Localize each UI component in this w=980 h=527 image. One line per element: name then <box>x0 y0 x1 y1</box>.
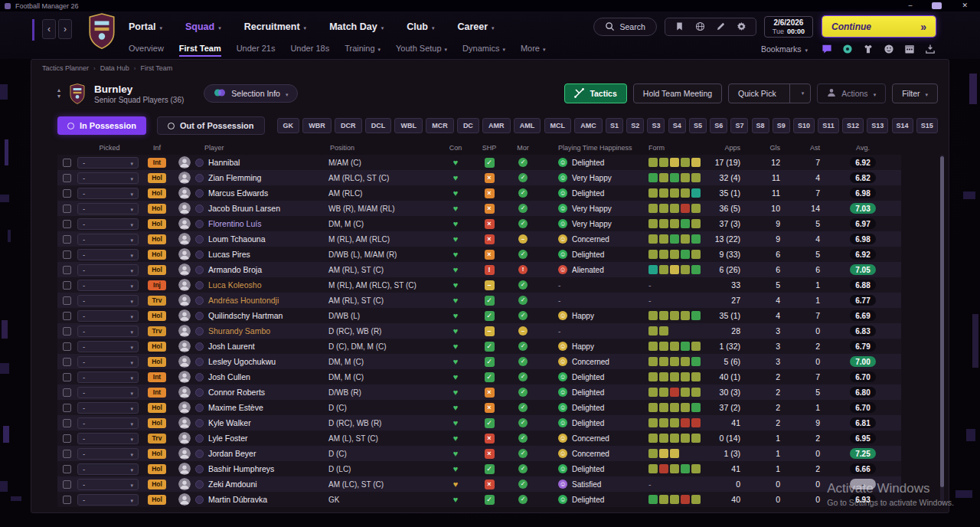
position-filter-aml[interactable]: AML <box>514 118 541 133</box>
chevron-down-icon[interactable] <box>795 90 811 97</box>
player-name[interactable]: Jordan Beyer <box>208 449 256 458</box>
player-name[interactable]: Martin Dúbravka <box>208 495 267 504</box>
table-row[interactable]: -HolMartin DúbravkaGK♥✓✓☺Delighted40006.… <box>57 492 901 507</box>
picked-dropdown[interactable]: - <box>77 203 139 214</box>
position-filter-s4[interactable]: S4 <box>668 118 686 133</box>
column-header-gls[interactable]: Gls <box>745 141 785 155</box>
player-name[interactable]: Jacob Bruun Larsen <box>208 204 280 213</box>
picked-dropdown[interactable]: - <box>77 188 139 199</box>
globe-icon[interactable] <box>695 21 705 31</box>
position-filter-s14[interactable]: S14 <box>892 118 913 133</box>
picked-dropdown[interactable]: - <box>77 264 139 276</box>
breadcrumb-item-tactics-planner[interactable]: Tactics Planner <box>42 64 89 72</box>
player-name[interactable]: Loum Tchaouna <box>208 234 266 244</box>
position-filter-s9[interactable]: S9 <box>773 118 790 133</box>
row-checkbox[interactable] <box>63 480 71 489</box>
table-row[interactable]: -HolJosh LaurentD (C), DM, M (C)♥✓✓☺Happ… <box>57 339 901 354</box>
picked-dropdown[interactable]: - <box>77 372 139 383</box>
maximize-button[interactable] <box>932 2 942 9</box>
column-header-inf[interactable]: Inf <box>143 141 171 155</box>
actions-dropdown[interactable]: Actions <box>817 83 886 103</box>
position-filter-wbl[interactable]: WBL <box>394 118 423 133</box>
position-filter-s15[interactable]: S15 <box>916 118 938 133</box>
player-name[interactable]: Luca Koleosho <box>208 280 261 290</box>
column-header-apps[interactable]: Apps <box>713 141 745 155</box>
row-checkbox[interactable] <box>63 358 71 366</box>
row-checkbox[interactable] <box>63 373 71 381</box>
row-checkbox[interactable] <box>63 220 71 228</box>
row-checkbox[interactable] <box>63 388 71 397</box>
club-crest[interactable] <box>86 13 118 50</box>
player-name[interactable]: Kyle Walker <box>208 418 251 427</box>
pencil-icon[interactable] <box>716 21 726 31</box>
breadcrumb-item-first-team[interactable]: First Team <box>140 64 172 72</box>
player-name[interactable]: Connor Roberts <box>208 388 265 397</box>
subnav-item-first-team[interactable]: First Team <box>179 42 221 57</box>
column-header-playing-time-happiness[interactable]: Playing Time Happiness <box>540 141 647 155</box>
position-filter-dcl[interactable]: DCL <box>365 118 392 133</box>
table-row[interactable]: -IntConnor RobertsD/WB (R)♥×✓☺Delighted3… <box>57 385 901 400</box>
table-row[interactable]: -InjLuca KoleoshoM (RL), AM (RLC), ST (C… <box>57 277 901 293</box>
face-icon[interactable] <box>884 44 894 54</box>
table-row[interactable]: -TrvLyle FosterAM (L), ST (C)♥×✓☺Concern… <box>57 430 901 446</box>
row-checkbox[interactable] <box>63 250 71 259</box>
column-header-player[interactable]: Player <box>171 141 328 155</box>
row-checkbox[interactable] <box>63 404 71 412</box>
subnav-item-overview[interactable]: Overview <box>129 42 164 57</box>
calendar-icon[interactable] <box>904 44 915 54</box>
player-name[interactable]: Bashir Humphreys <box>208 464 274 473</box>
column-header-form[interactable]: Form <box>647 141 713 155</box>
row-checkbox[interactable] <box>63 434 71 443</box>
picked-dropdown[interactable]: - <box>77 463 139 475</box>
chat-icon[interactable] <box>822 44 832 54</box>
position-filter-s13[interactable]: S13 <box>867 118 888 133</box>
continue-button[interactable]: Continue <box>822 16 936 37</box>
picked-dropdown[interactable]: - <box>77 280 139 291</box>
position-filter-s10[interactable]: S10 <box>793 118 815 133</box>
player-name[interactable]: Quilindschy Hartman <box>208 311 283 320</box>
tab-out-of-possession[interactable]: Out of Possession <box>157 116 265 135</box>
position-filter-amr[interactable]: AMR <box>482 118 511 133</box>
table-row[interactable]: -HolQuilindschy HartmanD/WB (L)♥✓✓☺Happy… <box>57 308 901 323</box>
bookmarks-dropdown[interactable]: Bookmarks <box>761 44 808 54</box>
table-row[interactable]: -HolLesley UgochukwuDM, M (C)♥✓✓☺Concern… <box>57 354 901 369</box>
picked-dropdown[interactable]: - <box>77 387 139 398</box>
column-header-shp[interactable]: SHP <box>472 141 506 155</box>
picked-dropdown[interactable]: - <box>77 295 139 306</box>
table-row[interactable]: -HolMarcus EdwardsAM (RLC)♥×✓☺Delighted3… <box>57 185 901 201</box>
row-checkbox[interactable] <box>63 327 71 336</box>
row-checkbox[interactable] <box>63 189 71 198</box>
table-row[interactable]: -HolBashir HumphreysD (LC)♥✓✓☺Delighted4… <box>57 461 901 476</box>
table-row[interactable]: -HolLoum TchaounaM (RL), AM (RLC)♥×–☺Con… <box>57 231 901 247</box>
search-button[interactable]: Search <box>593 18 657 36</box>
table-row[interactable]: -TrvAndréas HountondjiAM (RL), ST (C)♥✓✓… <box>57 293 901 308</box>
table-row[interactable]: -HolMaxime EstèveD (C)♥×✓☺Delighted37 (2… <box>57 400 901 415</box>
position-filter-gk[interactable]: GK <box>277 118 300 133</box>
player-name[interactable]: Florentino Luís <box>208 219 261 228</box>
table-row[interactable]: -TrvShurandy SamboD (RC), WB (R)♥––-2830… <box>57 323 901 339</box>
row-checkbox[interactable] <box>63 312 71 320</box>
menu-item-club[interactable]: Club <box>407 21 434 32</box>
picked-dropdown[interactable]: - <box>77 448 139 460</box>
row-checkbox[interactable] <box>63 465 71 473</box>
player-name[interactable]: Hannibal <box>208 158 240 167</box>
table-row[interactable]: -HolArmando BrojaAM (RL), ST (C)♥!!☺Alie… <box>57 262 901 277</box>
player-name[interactable]: Zeki Amdouni <box>208 480 257 489</box>
position-filter-dcr[interactable]: DCR <box>335 118 362 133</box>
close-button[interactable] <box>962 2 968 9</box>
column-header-picked[interactable]: Picked <box>76 141 143 155</box>
row-checkbox[interactable] <box>63 159 71 167</box>
player-name[interactable]: Zian Flemming <box>208 173 261 182</box>
player-name[interactable]: Josh Laurent <box>208 342 255 351</box>
minimize-button[interactable] <box>908 2 912 9</box>
position-filter-s11[interactable]: S11 <box>818 118 839 133</box>
column-header-con[interactable]: Con <box>439 141 472 155</box>
position-filter-s3[interactable]: S3 <box>647 118 665 133</box>
position-filter-mcl[interactable]: MCL <box>544 118 572 133</box>
menu-item-match-day[interactable]: Match Day <box>329 21 384 32</box>
subnav-item-dynamics[interactable]: Dynamics <box>462 42 505 57</box>
position-filter-s7[interactable]: S7 <box>730 118 748 133</box>
selection-info-dropdown[interactable]: Selection Info <box>204 84 298 103</box>
picked-dropdown[interactable]: - <box>77 494 139 506</box>
player-name[interactable]: Shurandy Sambo <box>208 326 270 336</box>
